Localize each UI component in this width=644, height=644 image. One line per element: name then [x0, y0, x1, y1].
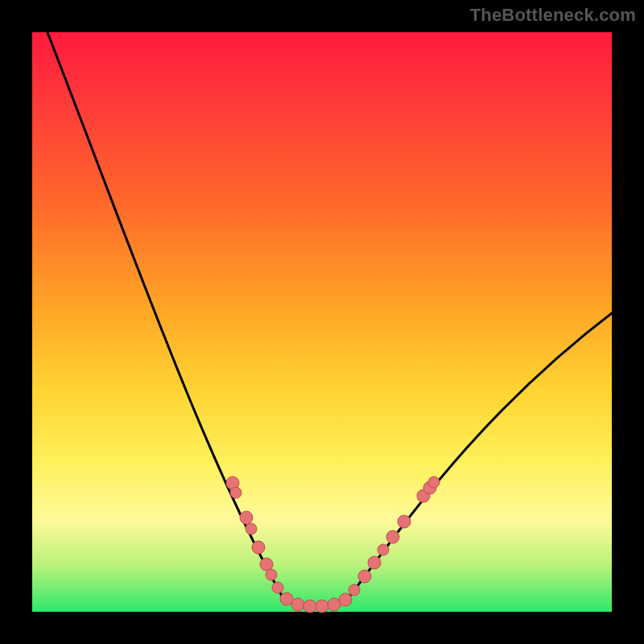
bottleneck-curve [44, 24, 616, 607]
right-dot-3 [368, 556, 381, 569]
right-dot-2 [358, 570, 371, 583]
right-dot-5 [386, 530, 399, 543]
left-dot-4 [246, 523, 257, 535]
curve-markers [226, 477, 440, 613]
left-dot-5 [252, 541, 265, 554]
floor-dot-3 [303, 600, 316, 613]
floor-dot-4 [316, 600, 328, 613]
floor-dot-2 [291, 598, 304, 611]
left-dot-8 [272, 582, 283, 593]
floor-dot-6 [339, 593, 352, 606]
watermark-text: TheBottleneck.com [470, 5, 636, 26]
left-dot-7 [266, 569, 277, 580]
right-dot-9 [428, 477, 440, 488]
right-dot-4 [378, 544, 389, 555]
right-dot-6 [398, 515, 411, 528]
left-dot-3 [240, 511, 253, 524]
plot-area [32, 32, 612, 612]
left-dot-2 [230, 487, 242, 498]
floor-dot-1 [280, 592, 293, 605]
right-dot-1 [349, 584, 360, 596]
curve-svg [32, 32, 612, 612]
chart-frame: TheBottleneck.com [0, 0, 644, 644]
